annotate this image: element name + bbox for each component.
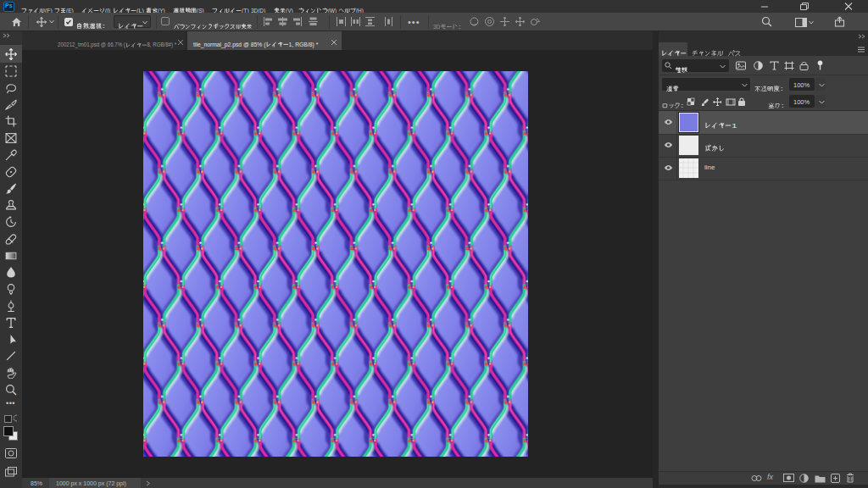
svg-text:1, RGB/8) *: 1, RGB/8) * (289, 42, 319, 48)
svg-text::: : (458, 23, 461, 29)
svg-text:3D: 3D (433, 23, 440, 29)
svg-text:tile_normal_p2.psd @ 85% (: tile_normal_p2.psd @ 85% ( (193, 42, 266, 48)
svg-text:1: 1 (732, 122, 737, 130)
svg-text::: : (780, 85, 784, 92)
svg-text::: : (781, 102, 785, 109)
svg-text:200212_tm01.psd @ 66.7% (: 200212_tm01.psd @ 66.7% ( (58, 42, 126, 48)
svg-text::: : (681, 102, 684, 109)
svg-text::: : (102, 22, 106, 30)
svg-text:8, RGB/8#) *: 8, RGB/8#) * (147, 42, 176, 48)
